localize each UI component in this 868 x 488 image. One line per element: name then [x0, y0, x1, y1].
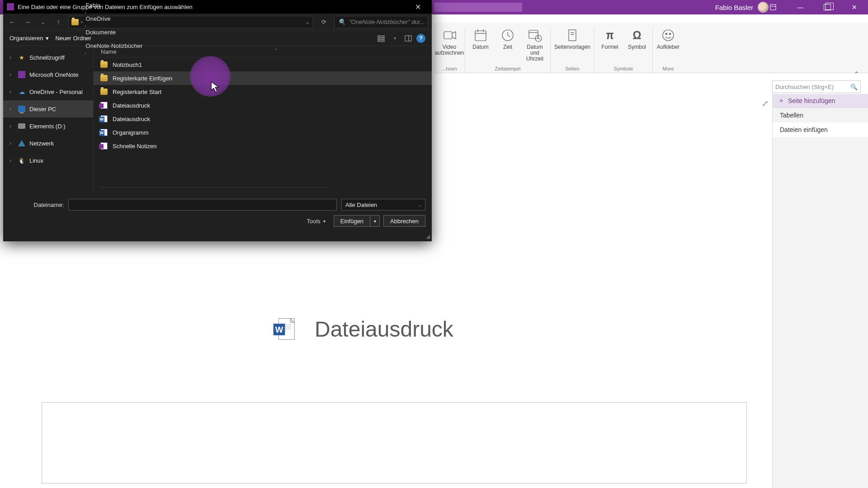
cmd-label: Zeit: [503, 44, 512, 50]
breadcrumb-segment[interactable]: Dokumente: [85, 29, 144, 36]
group-label: More: [662, 66, 674, 72]
svg-rect-31: [378, 40, 384, 42]
clock-icon: [500, 27, 516, 43]
help-icon[interactable]: ?: [416, 34, 425, 43]
search-placeholder: "OneNote-Notizbücher" dur...: [349, 19, 425, 25]
file-dialog: Eine Datei oder eine Gruppe von Dateien …: [3, 0, 432, 241]
add-page-button[interactable]: ＋ Seite hinzufügen: [773, 94, 868, 108]
cmd-video[interactable]: Video aufzeichnen: [438, 27, 461, 56]
page-list-item[interactable]: Tabellen: [773, 108, 868, 122]
dialog-search[interactable]: 🔍 "OneNote-Notizbücher" dur...: [334, 16, 428, 28]
cmd-symbol[interactable]: Ω Symbol: [625, 27, 649, 50]
tree-item[interactable]: ›☁OneDrive - Personal: [3, 83, 93, 100]
chevron-right-icon: ›: [9, 54, 14, 61]
file-row[interactable]: Registerkarte Start: [94, 85, 432, 99]
nav-forward-icon[interactable]: →: [22, 17, 33, 28]
tools-button[interactable]: Tools ▾: [307, 218, 325, 225]
chevron-down-icon: ▾: [323, 219, 326, 224]
attachment-label: Dateiausdruck: [315, 317, 453, 342]
file-row[interactable]: Schnelle Notizen: [94, 139, 432, 153]
page-outline[interactable]: [42, 402, 747, 483]
cmd-templates[interactable]: Seitenvorlagen: [554, 27, 590, 50]
cancel-button[interactable]: Abbrechen: [383, 215, 425, 227]
svg-text:π: π: [606, 29, 614, 41]
linux-icon: 🐧: [18, 156, 26, 164]
tree-item-label: Schnellzugriff: [29, 54, 65, 61]
cmd-label: Aufkleber: [657, 44, 680, 50]
user-name: Fabio Basler: [715, 4, 753, 11]
search-box[interactable]: Durchsuchen (Strg+E) 🔍: [772, 80, 861, 93]
resize-grip-icon[interactable]: ◢: [426, 233, 430, 239]
file-row[interactable]: Dateiausdruck: [94, 99, 432, 112]
file-name: Notizbuch1: [113, 61, 142, 68]
cmd-date[interactable]: Datum: [469, 27, 492, 62]
nav-up-icon[interactable]: ↑: [53, 17, 64, 28]
restore-icon[interactable]: [814, 0, 841, 14]
nav-recent-icon[interactable]: ⌄: [38, 17, 48, 28]
close-icon[interactable]: ✕: [841, 0, 868, 14]
file-row[interactable]: Notizbuch1: [94, 58, 432, 71]
cursor-icon: [211, 81, 221, 95]
column-label: Name: [101, 48, 117, 55]
refresh-icon[interactable]: ⟳: [318, 16, 330, 28]
chevron-down-icon: ⌄: [418, 202, 421, 207]
insert-button[interactable]: Einfügen ▾: [334, 215, 380, 227]
calendar-clock-icon: [527, 27, 543, 43]
organize-button[interactable]: Organisieren ▾: [9, 35, 49, 42]
cmd-time[interactable]: Zeit: [496, 27, 519, 62]
group-label: Zeitstempel: [495, 66, 521, 72]
ribbon-group-pages: Seitenvorlagen Seiten: [551, 27, 594, 72]
cmd-datetime[interactable]: Datum und Uhrzeit: [523, 27, 547, 62]
breadcrumb[interactable]: « Benutzer›Fabio›OneDrive›Dokumente›OneN…: [68, 16, 313, 28]
insert-label: Einfügen: [340, 218, 363, 225]
file-filter-select[interactable]: Alle Dateien ⌄: [341, 199, 425, 211]
plus-icon: ＋: [778, 97, 784, 105]
tools-label: Tools: [307, 218, 320, 225]
omega-icon: Ω: [629, 27, 645, 43]
new-folder-button[interactable]: Neuer Ordner: [55, 35, 91, 42]
title-search-box[interactable]: [434, 3, 522, 12]
tree-item[interactable]: ›★Schnellzugriff: [3, 49, 93, 66]
filename-input[interactable]: [68, 199, 337, 211]
cmd-formula[interactable]: π Formel: [598, 27, 622, 50]
tree-item[interactable]: ›🐧Linux: [3, 152, 93, 169]
ribbon-options-icon[interactable]: [760, 0, 787, 14]
cmd-label: Formel: [601, 44, 618, 50]
svg-rect-32: [405, 36, 411, 41]
view-dropdown-icon[interactable]: ▾: [389, 33, 400, 44]
view-mode-icon[interactable]: [376, 33, 387, 44]
tree-item[interactable]: ›Dieser PC: [3, 100, 93, 117]
ribbon-collapse-icon[interactable]: ⌃: [851, 69, 862, 80]
file-name: Organigramm: [113, 129, 148, 136]
tree-item[interactable]: ›Elements (D:): [3, 117, 93, 135]
svg-point-20: [663, 30, 674, 41]
expand-icon[interactable]: ⤢: [762, 99, 769, 108]
attachment[interactable]: W Dateiausdruck: [271, 316, 453, 342]
tree-item[interactable]: ›Netzwerk: [3, 135, 93, 152]
onenote-file-icon: [100, 101, 108, 109]
cloud-icon: ☁: [18, 88, 26, 96]
preview-pane-icon[interactable]: [403, 33, 414, 44]
group-label: ...hnen: [442, 66, 457, 72]
svg-point-22: [670, 33, 671, 35]
dialog-close-icon[interactable]: ✕: [407, 0, 428, 14]
file-row[interactable]: Registerkarte Einfügen: [94, 71, 432, 85]
breadcrumb-dropdown-icon[interactable]: ⌄: [305, 19, 310, 25]
onenote-file-icon: [100, 142, 108, 150]
file-row[interactable]: Dateiausdruck: [94, 112, 432, 126]
nav-back-icon[interactable]: ←: [7, 17, 18, 28]
word-file-icon: [100, 128, 108, 136]
insert-dropdown-icon[interactable]: ▾: [370, 215, 380, 227]
minimize-icon[interactable]: —: [787, 0, 814, 14]
column-header-name[interactable]: Name: [94, 46, 432, 58]
file-row[interactable]: Organigramm: [94, 126, 432, 139]
folder-icon: [100, 61, 108, 69]
tree-item[interactable]: ›Microsoft OneNote: [3, 66, 93, 83]
breadcrumb-segment[interactable]: OneDrive: [85, 15, 144, 22]
svg-rect-3: [475, 31, 486, 41]
chevron-right-icon: ›: [9, 123, 14, 129]
page-list-item[interactable]: Dateien einfügen: [773, 122, 868, 137]
breadcrumb-segment[interactable]: Fabio: [85, 2, 144, 9]
emoji-icon: [660, 27, 676, 43]
cmd-sticker[interactable]: Aufkleber: [656, 27, 680, 50]
